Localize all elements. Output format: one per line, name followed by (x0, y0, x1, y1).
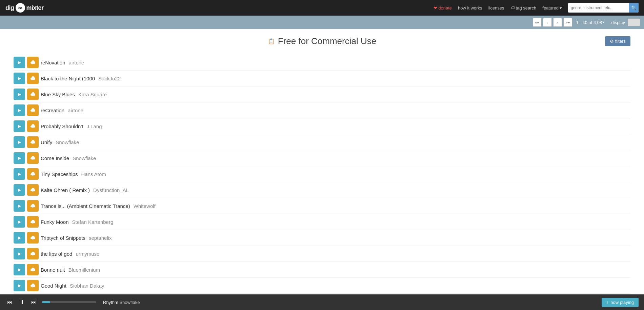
track-item: ▶ Probably Shouldn't J.Lang (14, 118, 630, 134)
cloud-download-icon (30, 203, 36, 209)
download-button[interactable] (27, 57, 39, 68)
first-page-button[interactable]: «« (533, 18, 542, 27)
play-button[interactable]: ▶ (14, 232, 25, 244)
display-label: display (611, 20, 625, 25)
play-button[interactable]: ▶ (14, 73, 25, 84)
nav-how-it-works-link[interactable]: how it works (458, 5, 482, 11)
track-item: ▶ Kalte Ohren ( Remix ) Dysfunction_AL (14, 182, 630, 198)
page-title: 📋 Free for Commercial Use (268, 36, 376, 46)
play-button[interactable]: ▶ (14, 136, 25, 148)
player-prev-button[interactable]: ⏮ (5, 298, 14, 306)
now-playing-button[interactable]: ♪ now playing (602, 298, 639, 307)
download-button[interactable] (27, 104, 39, 116)
track-title: Probably Shouldn't (41, 123, 83, 129)
nav-donate-link[interactable]: ❤ donate (434, 5, 452, 11)
play-button[interactable]: ▶ (14, 89, 25, 100)
track-title: Bonne nuit (41, 267, 65, 273)
main-content: 📋 Free for Commercial Use ⚙ filters ▶ re… (0, 29, 644, 310)
play-button[interactable]: ▶ (14, 104, 25, 116)
play-button[interactable]: ▶ (14, 264, 25, 275)
nav-tag-search-label: tag search (516, 5, 537, 11)
nav-tag-search[interactable]: 🏷 tag search (510, 5, 537, 11)
download-button[interactable] (27, 248, 39, 259)
cloud-download-icon (30, 92, 36, 97)
download-button[interactable] (27, 216, 39, 228)
track-item: ▶ Funky Moon Stefan Kartenberg (14, 214, 630, 230)
cloud-download-icon (30, 76, 36, 81)
download-button[interactable] (27, 136, 39, 148)
player-bar: ⏮ ⏸ ⏭ Rhythm Snowflake ♪ now playing (0, 294, 644, 310)
download-button[interactable] (27, 264, 39, 275)
download-button[interactable] (27, 168, 39, 180)
download-button[interactable] (27, 120, 39, 132)
nav-licenses-link[interactable]: licenses (488, 5, 504, 11)
track-title: Trance is... (Ambient Cinematic Trance) (41, 203, 130, 209)
nav-featured[interactable]: featured ▾ (542, 5, 562, 11)
cloud-download-icon (30, 187, 36, 193)
cloud-download-icon (30, 108, 36, 113)
player-track-info: Rhythm Snowflake (103, 300, 140, 305)
download-button[interactable] (27, 89, 39, 100)
track-artist: J.Lang (86, 123, 102, 129)
track-item: ▶ Tiny Spaceships Hans Atom (14, 166, 630, 182)
next-page-button[interactable]: › (553, 18, 562, 27)
play-button[interactable]: ▶ (14, 152, 25, 164)
track-artist: Whitewolf (134, 203, 156, 209)
play-button[interactable]: ▶ (14, 168, 25, 180)
track-artist: Stefan Kartenberg (72, 219, 114, 225)
play-button[interactable]: ▶ (14, 216, 25, 228)
track-item: ▶ Good Night Siobhan Dakay (14, 278, 630, 294)
track-item: ▶ Bonne nuit Bluemillenium (14, 262, 630, 278)
track-artist: septahelix (89, 235, 112, 241)
cloud-download-icon (30, 267, 36, 272)
tag-icon: 🏷 (510, 5, 515, 10)
track-item: ▶ reNovation airtone (14, 55, 630, 71)
logo-mixter: mixter (26, 4, 44, 12)
site-logo[interactable]: dig cc mixter (5, 3, 44, 13)
search-button[interactable]: 🔍 (629, 3, 639, 13)
cloud-download-icon (30, 283, 36, 288)
track-artist: airtone (69, 60, 84, 65)
track-title: Funky Moon (41, 219, 69, 225)
download-button[interactable] (27, 73, 39, 84)
play-button[interactable]: ▶ (14, 248, 25, 259)
last-page-button[interactable]: »» (563, 18, 572, 27)
track-list: ▶ reNovation airtone ▶ Black to the Nigh… (14, 55, 630, 310)
player-next-button[interactable]: ⏭ (30, 298, 38, 306)
player-progress-fill (42, 301, 50, 303)
display-toggle[interactable] (628, 19, 640, 26)
track-title: the lips of god (41, 251, 72, 257)
track-title: Kalte Ohren ( Remix ) (41, 187, 90, 193)
track-artist: Snowflake (73, 155, 96, 161)
player-pause-button[interactable]: ⏸ (18, 298, 26, 306)
track-title: Blue Sky Blues (41, 92, 75, 97)
play-button[interactable]: ▶ (14, 280, 25, 291)
filters-button[interactable]: ⚙ filters (605, 36, 630, 46)
search-box[interactable]: 🔍 (568, 3, 639, 13)
play-button[interactable]: ▶ (14, 120, 25, 132)
cloud-download-icon (30, 123, 36, 129)
download-button[interactable] (27, 232, 39, 244)
play-button[interactable]: ▶ (14, 200, 25, 212)
track-item: ▶ Come Inside Snowflake (14, 150, 630, 166)
download-button[interactable] (27, 280, 39, 291)
download-button[interactable] (27, 200, 39, 212)
track-item: ▶ Blue Sky Blues Kara Square (14, 86, 630, 102)
nav-featured-label: featured (542, 5, 559, 11)
track-item: ▶ reCreation airtone (14, 102, 630, 118)
track-artist: Hans Atom (81, 171, 106, 177)
prev-page-button[interactable]: ‹ (543, 18, 552, 27)
track-title: reCreation (41, 108, 64, 113)
play-button[interactable]: ▶ (14, 57, 25, 68)
search-input[interactable] (568, 3, 629, 13)
logo-cc: cc (16, 3, 25, 13)
track-title: Tiny Spaceships (41, 171, 78, 177)
cloud-download-icon (30, 171, 36, 177)
track-artist: Siobhan Dakay (70, 283, 104, 289)
download-button[interactable] (27, 152, 39, 164)
track-item: ▶ Black to the Night (1000 SackJo22 (14, 71, 630, 86)
player-progress[interactable] (42, 301, 96, 303)
play-button[interactable]: ▶ (14, 184, 25, 196)
download-button[interactable] (27, 184, 39, 196)
track-artist: Dysfunction_AL (93, 187, 129, 193)
